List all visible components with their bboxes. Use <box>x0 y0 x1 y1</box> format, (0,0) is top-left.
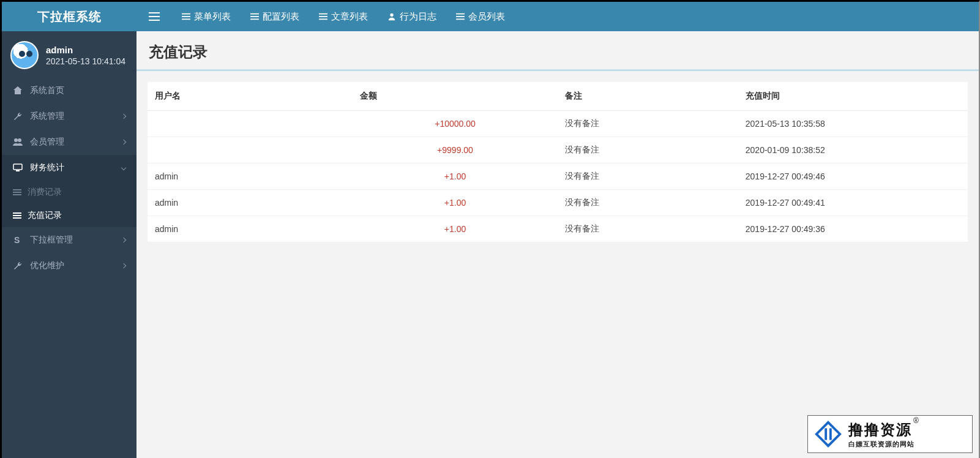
topnav-member-list[interactable]: 会员列表 <box>452 9 509 25</box>
cell-user: admin <box>148 190 353 216</box>
svg-rect-15 <box>13 164 22 170</box>
svg-rect-7 <box>319 16 327 17</box>
table-row[interactable]: +9999.00没有备注2020-01-09 10:38:52 <box>148 137 968 163</box>
profile-time: 2021-05-13 10:41:04 <box>46 56 125 66</box>
svg-rect-6 <box>319 13 327 15</box>
chevron-left-icon <box>121 140 126 145</box>
cell-amount: +1.00 <box>353 163 558 190</box>
avatar[interactable] <box>10 41 39 69</box>
cell-remark: 没有备注 <box>558 163 738 190</box>
table-header-row: 用户名 金额 备注 充值时间 <box>148 82 968 111</box>
table-row[interactable]: admin+1.00没有备注2019-12-27 00:49:41 <box>148 190 968 216</box>
svg-rect-2 <box>182 19 190 20</box>
watermark-subtitle: 白嫖互联资源的网站 <box>848 440 919 449</box>
list-icon <box>13 189 21 195</box>
list-icon <box>250 12 259 21</box>
list-icon <box>182 12 190 21</box>
cell-user <box>148 137 353 163</box>
s-icon: S <box>13 235 23 245</box>
table-row[interactable]: admin+1.00没有备注2019-12-27 00:49:46 <box>148 163 968 190</box>
list-icon <box>13 212 21 219</box>
profile-block: admin 2021-05-13 10:41:04 <box>2 31 137 78</box>
cell-time: 2020-01-09 10:38:52 <box>738 137 968 163</box>
users-icon <box>13 137 23 147</box>
sidebar-item-maintain[interactable]: 优化维护 <box>2 253 137 279</box>
profile-username: admin <box>46 45 125 55</box>
svg-rect-8 <box>319 19 327 20</box>
cell-time: 2019-12-27 00:49:41 <box>738 190 968 216</box>
chevron-left-icon <box>121 263 126 268</box>
svg-rect-5 <box>250 19 259 20</box>
top-nav: 菜单列表 配置列表 文章列表 行为日志 会员列表 <box>137 2 979 31</box>
sidebar-item-finance[interactable]: 财务统计 <box>2 155 137 181</box>
cell-user: admin <box>148 163 353 190</box>
sidebar-item-members[interactable]: 会员管理 <box>2 129 137 155</box>
sidebar-item-home[interactable]: 系统首页 <box>2 78 137 103</box>
sidebar-item-label: 会员管理 <box>30 137 64 148</box>
list-icon <box>456 12 465 21</box>
sidebar: admin 2021-05-13 10:41:04 系统首页 系统管理 会员管理 <box>2 31 137 458</box>
topnav-label: 会员列表 <box>468 11 505 23</box>
topnav-label: 行为日志 <box>400 11 436 23</box>
svg-rect-20 <box>829 428 832 440</box>
table-panel: 用户名 金额 备注 充值时间 +10000.00没有备注2021-05-13 1… <box>148 82 968 242</box>
svg-text:S: S <box>14 235 20 245</box>
svg-rect-10 <box>456 13 465 15</box>
sidebar-subitem-recharge[interactable]: 充值记录 <box>2 204 137 227</box>
page-title: 充值记录 <box>137 31 979 71</box>
list-icon <box>319 12 327 21</box>
cell-user <box>148 111 353 137</box>
cell-remark: 没有备注 <box>558 216 738 242</box>
svg-rect-0 <box>182 13 190 15</box>
topnav-label: 文章列表 <box>331 11 368 23</box>
sidebar-item-label: 下拉框管理 <box>30 235 73 246</box>
svg-rect-12 <box>456 19 465 20</box>
cell-remark: 没有备注 <box>558 190 738 216</box>
svg-rect-3 <box>250 13 259 15</box>
cell-amount: +1.00 <box>353 216 558 242</box>
svg-point-14 <box>18 138 21 142</box>
sidebar-item-label: 优化维护 <box>30 260 64 271</box>
table-row[interactable]: +10000.00没有备注2021-05-13 10:35:58 <box>148 111 968 137</box>
cell-time: 2019-12-27 00:49:46 <box>738 163 968 190</box>
watermark: 撸撸资源® 白嫖互联资源的网站 <box>807 415 973 453</box>
sidebar-subitem-label: 消费记录 <box>28 187 62 198</box>
chevron-down-icon <box>121 165 126 170</box>
sidebar-subitem-consume[interactable]: 消费记录 <box>2 181 137 204</box>
brand-title[interactable]: 下拉框系统 <box>2 2 137 31</box>
topnav-label: 菜单列表 <box>194 11 231 23</box>
col-time: 充值时间 <box>738 82 968 111</box>
sidebar-item-label: 系统首页 <box>30 85 64 96</box>
svg-point-9 <box>390 13 393 17</box>
cell-remark: 没有备注 <box>558 111 738 137</box>
col-remark: 备注 <box>558 82 738 111</box>
topnav-article-list[interactable]: 文章列表 <box>315 9 372 25</box>
cell-amount: +1.00 <box>353 190 558 216</box>
topnav-menu-list[interactable]: 菜单列表 <box>178 9 234 25</box>
svg-rect-11 <box>456 16 465 17</box>
menu-toggle-icon[interactable] <box>149 12 160 21</box>
sidebar-item-system[interactable]: 系统管理 <box>2 103 137 129</box>
chevron-left-icon <box>121 114 126 119</box>
col-user: 用户名 <box>148 82 353 111</box>
cell-remark: 没有备注 <box>558 137 738 163</box>
table-row[interactable]: admin+1.00没有备注2019-12-27 00:49:36 <box>148 216 968 242</box>
sidebar-item-dropdown[interactable]: S 下拉框管理 <box>2 227 137 253</box>
user-icon <box>387 12 396 21</box>
svg-point-13 <box>14 138 18 142</box>
svg-rect-1 <box>182 16 190 17</box>
main-content: 充值记录 用户名 金额 备注 充值时间 +10000.00没有备注2021-05… <box>137 31 979 458</box>
topnav-label: 配置列表 <box>263 11 299 23</box>
watermark-logo-icon <box>814 420 842 448</box>
topnav-behavior-log[interactable]: 行为日志 <box>384 9 440 25</box>
wrench-icon <box>13 111 23 121</box>
svg-rect-16 <box>16 170 20 171</box>
svg-marker-18 <box>817 422 840 446</box>
chevron-left-icon <box>121 238 126 242</box>
cell-amount: +9999.00 <box>353 137 558 163</box>
sidebar-item-label: 系统管理 <box>30 111 64 122</box>
watermark-title: 撸撸资源® <box>848 420 919 440</box>
cell-time: 2021-05-13 10:35:58 <box>738 111 968 137</box>
svg-rect-4 <box>250 16 259 17</box>
topnav-config-list[interactable]: 配置列表 <box>247 9 303 25</box>
